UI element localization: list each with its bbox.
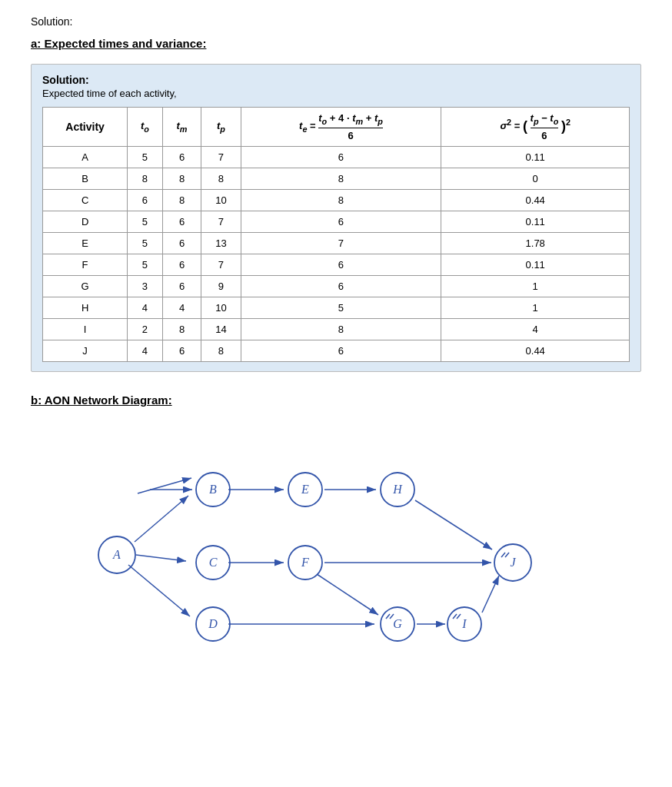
svg-line-40 [505,553,509,557]
cell-to: 5 [128,232,163,254]
cell-tp: 7 [201,254,241,275]
cell-sigma2: 1 [441,297,630,318]
cell-tm: 8 [162,318,201,340]
network-diagram-svg: A B C D E F G H I J [67,420,605,666]
svg-line-9 [317,574,378,615]
cell-tp: 8 [201,340,241,361]
table-title: Solution: [42,74,630,86]
svg-line-37 [453,614,457,619]
cell-activity: E [43,232,128,254]
cell-tm: 6 [162,146,201,168]
cell-to: 3 [128,275,163,297]
cell-to: 5 [128,146,163,168]
table-row: B 8 8 8 8 0 [43,168,630,189]
svg-text:F: F [301,556,309,569]
cell-sigma2: 0.44 [441,189,630,211]
col-header-sigma2: σ2 = ( tp − to 6 )2 [441,108,630,147]
cell-sigma2: 0.11 [441,211,630,232]
cell-tp: 7 [201,146,241,168]
table-row: F 5 6 7 6 0.11 [43,254,630,275]
cell-tp: 13 [201,232,241,254]
cell-sigma2: 0 [441,168,630,189]
cell-to: 2 [128,318,163,340]
svg-line-3 [128,565,190,616]
svg-text:J: J [510,556,516,569]
cell-te: 6 [241,254,441,275]
cell-tm: 4 [162,297,201,318]
cell-tp: 8 [201,168,241,189]
cell-te: 6 [241,275,441,297]
cell-activity: C [43,189,128,211]
cell-sigma2: 4 [441,318,630,340]
cell-tm: 6 [162,340,201,361]
svg-text:D: D [208,617,218,630]
network-diagram-container: A B C D E F G H I J [67,420,605,666]
cell-te: 6 [241,211,441,232]
col-header-tp: tp [201,108,241,147]
svg-text:G: G [393,617,402,630]
svg-line-2 [136,555,186,561]
table-row: E 5 6 13 7 1.78 [43,232,630,254]
cell-tm: 6 [162,211,201,232]
cell-te: 8 [241,318,441,340]
cell-tp: 14 [201,318,241,340]
col-header-activity: Activity [43,108,128,147]
svg-line-35 [386,614,390,619]
cell-tm: 8 [162,189,201,211]
cell-tp: 10 [201,297,241,318]
cell-te: 5 [241,297,441,318]
cell-te: 8 [241,168,441,189]
table-row: I 2 8 14 8 4 [43,318,630,340]
cell-sigma2: 0.44 [441,340,630,361]
cell-to: 4 [128,340,163,361]
cell-tm: 6 [162,275,201,297]
cell-activity: I [43,318,128,340]
cell-activity: H [43,297,128,318]
section-b-heading: b: AON Network Diagram: [31,394,641,407]
col-header-te: te = to + 4 · tm + tp 6 [241,108,441,147]
cell-to: 5 [128,211,163,232]
cell-tp: 9 [201,275,241,297]
col-header-to: to [128,108,163,147]
cell-to: 6 [128,189,163,211]
cell-sigma2: 1.78 [441,232,630,254]
section-a-heading: a: Expected times and variance: [31,37,641,50]
table-row: D 5 6 7 6 0.11 [43,211,630,232]
cell-sigma2: 1 [441,275,630,297]
expected-times-table: Activity to tm tp te = to + 4 · tm + tp … [42,107,630,362]
table-row: A 5 6 7 6 0.11 [43,146,630,168]
cell-activity: G [43,275,128,297]
cell-sigma2: 0.11 [441,146,630,168]
solution-label: Solution: [31,15,641,28]
svg-text:H: H [392,483,403,496]
cell-activity: F [43,254,128,275]
svg-text:I: I [461,617,467,630]
cell-tp: 7 [201,211,241,232]
svg-line-1 [135,496,188,542]
cell-activity: B [43,168,128,189]
svg-line-6 [415,500,492,550]
cell-sigma2: 0.11 [441,254,630,275]
cell-tm: 6 [162,254,201,275]
cell-te: 6 [241,146,441,168]
cell-tp: 10 [201,189,241,211]
table-row: J 4 6 8 6 0.44 [43,340,630,361]
cell-activity: A [43,146,128,168]
cell-to: 4 [128,297,163,318]
svg-line-34 [138,478,191,493]
cell-activity: J [43,340,128,361]
table-row: H 4 4 10 5 1 [43,297,630,318]
cell-activity: D [43,211,128,232]
table-row: G 3 6 9 6 1 [43,275,630,297]
svg-text:C: C [209,556,218,569]
cell-tm: 8 [162,168,201,189]
table-row: C 6 8 10 8 0.44 [43,189,630,211]
svg-text:A: A [112,548,121,561]
cell-tm: 6 [162,232,201,254]
cell-te: 6 [241,340,441,361]
svg-text:E: E [301,483,309,496]
table-subtitle: Expected time of each activity, [42,88,630,99]
expected-times-table-container: Solution: Expected time of each activity… [31,64,641,372]
cell-te: 8 [241,189,441,211]
col-header-tm: tm [162,108,201,147]
